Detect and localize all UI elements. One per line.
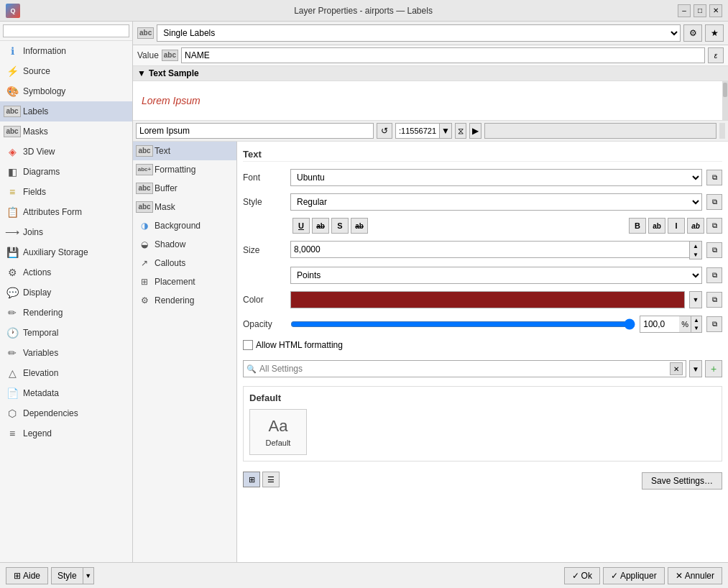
toolbar-star-button[interactable]: ★ xyxy=(705,24,724,42)
sidebar-item-label: Actions xyxy=(23,267,51,277)
window-title: Layer Properties - airports — Labels xyxy=(49,6,678,16)
bold-button[interactable]: B xyxy=(629,218,646,234)
fields-icon: ≡ xyxy=(6,185,19,198)
opacity-slider[interactable] xyxy=(290,318,635,330)
sub-tab-placement[interactable]: ⊞ Placement xyxy=(133,272,236,291)
color-swatch[interactable] xyxy=(290,291,685,308)
sidebar-item-masks[interactable]: abc Masks xyxy=(0,121,132,142)
sidebar-item-legend[interactable]: ≡ Legend xyxy=(0,423,132,444)
preview-layer-button[interactable]: ⧖ xyxy=(455,123,466,139)
minimize-button[interactable]: – xyxy=(678,4,691,17)
text-sample-header[interactable]: ▼ Text Sample xyxy=(133,66,728,81)
preview-input-row: ↺ :11556721 ▼ ⧖ ▶ xyxy=(133,121,728,142)
close-button[interactable]: ✕ xyxy=(709,4,722,17)
format-copy-button[interactable]: ⧉ xyxy=(706,218,722,234)
sub-tab-text[interactable]: abc Text xyxy=(133,142,236,160)
sidebar-item-metadata[interactable]: 📄 Metadata xyxy=(0,383,132,403)
preview-refresh-button[interactable]: ↺ xyxy=(377,123,392,139)
size-input[interactable] xyxy=(290,241,689,258)
sub-tab-formatting[interactable]: abc+ Formatting xyxy=(133,160,236,179)
strikethrough-left-button[interactable]: ab xyxy=(312,218,329,234)
sidebar-item-information[interactable]: ℹ Information xyxy=(0,41,132,61)
sidebar-item-label: Joins xyxy=(23,227,43,237)
labels-icon: abc xyxy=(6,105,19,118)
opacity-down-button[interactable]: ▼ xyxy=(691,324,701,332)
sidebar-item-auxiliary-storage[interactable]: 💾 Auxiliary Storage xyxy=(0,242,132,262)
size-down-button[interactable]: ▼ xyxy=(690,250,701,259)
sub-tab-background[interactable]: ◑ Background xyxy=(133,216,236,235)
italic-copy-button[interactable]: ab xyxy=(687,218,704,234)
content-area: abc Single Labels ⚙ ★ Value abc ε ▼ Text… xyxy=(133,22,728,562)
settings-search-input[interactable] xyxy=(259,364,667,374)
sidebar-item-actions[interactable]: ⚙ Actions xyxy=(0,262,132,282)
label-type-abc-icon: abc xyxy=(137,27,154,39)
preview-number-dropdown[interactable]: ▼ xyxy=(439,124,451,138)
sidebar-item-display[interactable]: 💬 Display xyxy=(0,282,132,303)
sub-tab-mask[interactable]: abc Mask xyxy=(133,198,236,216)
sidebar-item-variables[interactable]: ✏ Variables xyxy=(0,343,132,363)
font-label: Font xyxy=(243,173,286,183)
opacity-up-button[interactable]: ▲ xyxy=(691,316,701,324)
sidebar-item-diagrams[interactable]: ◧ Diagrams xyxy=(0,162,132,182)
sidebar-search-input[interactable] xyxy=(3,24,129,37)
font-select[interactable]: Ubuntu xyxy=(290,169,702,186)
sub-tab-label: Formatting xyxy=(155,165,195,175)
size-unit-select[interactable]: Points xyxy=(290,267,702,284)
sidebar-item-label: Diagrams xyxy=(23,167,60,177)
sidebar-item-attributes-form[interactable]: 📋 Attributes Form xyxy=(0,202,132,222)
value-input[interactable] xyxy=(181,47,705,63)
settings-dropdown-button[interactable]: ▼ xyxy=(689,360,702,377)
sidebar-item-dependencies[interactable]: ⬡ Dependencies xyxy=(0,403,132,423)
settings-clear-button[interactable]: ✕ xyxy=(670,362,683,375)
sidebar-item-rendering[interactable]: ✏ Rendering xyxy=(0,303,132,323)
italic-button[interactable]: I xyxy=(668,218,685,234)
ok-button[interactable]: ✓ Ok xyxy=(564,567,600,584)
sidebar-item-symbology[interactable]: 🎨 Symbology xyxy=(0,81,132,101)
underline-button[interactable]: U xyxy=(292,218,310,234)
default-card[interactable]: Aa Default xyxy=(249,409,307,455)
sidebar-item-3d-view[interactable]: ◈ 3D View xyxy=(0,142,132,162)
save-settings-button[interactable]: Save Settings… xyxy=(642,472,722,490)
annuler-button[interactable]: ✕ Annuler xyxy=(668,567,722,584)
maximize-button[interactable]: □ xyxy=(694,4,706,17)
size-spinner[interactable]: ▲ ▼ xyxy=(689,241,702,259)
font-copy-button[interactable]: ⧉ xyxy=(706,170,722,185)
color-dropdown-button[interactable]: ▼ xyxy=(689,291,702,308)
sidebar-item-elevation[interactable]: △ Elevation xyxy=(0,363,132,383)
html-checkbox[interactable] xyxy=(243,340,253,350)
aide-button[interactable]: ⊞ Aide xyxy=(6,567,48,584)
sidebar-item-fields[interactable]: ≡ Fields xyxy=(0,182,132,202)
sub-tab-rendering[interactable]: ⚙ Rendering xyxy=(133,291,236,310)
strikethrough-button[interactable]: S xyxy=(331,218,349,234)
sidebar-item-joins[interactable]: ⟶ Joins xyxy=(0,222,132,242)
sub-tab-shadow[interactable]: ◒ Shadow xyxy=(133,235,236,254)
toolbar-settings-button[interactable]: ⚙ xyxy=(683,24,702,42)
sidebar-item-source[interactable]: ⚡ Source xyxy=(0,61,132,81)
annuler-icon: ✕ xyxy=(676,571,683,581)
sidebar-item-labels[interactable]: abc Labels xyxy=(0,101,132,121)
bold-copy-button[interactable]: ab xyxy=(648,218,665,234)
settings-add-button[interactable]: + xyxy=(705,360,722,377)
value-expression-button[interactable]: ε xyxy=(708,47,724,63)
size-copy-button[interactable]: ⧉ xyxy=(706,242,722,258)
sidebar-item-temporal[interactable]: 🕐 Temporal xyxy=(0,323,132,343)
preview-arrow-button[interactable]: ▶ xyxy=(469,123,482,139)
appliquer-button[interactable]: ✓ Appliquer xyxy=(603,567,665,584)
sub-tab-buffer[interactable]: abc Buffer xyxy=(133,179,236,198)
color-copy-button[interactable]: ⧉ xyxy=(706,292,722,308)
sub-tab-callouts[interactable]: ↗ Callouts xyxy=(133,254,236,272)
style-select[interactable]: Regular xyxy=(290,193,702,211)
size-unit-copy-button[interactable]: ⧉ xyxy=(706,267,722,283)
preview-text-input[interactable] xyxy=(136,123,374,139)
list-view-button[interactable]: ☰ xyxy=(262,472,280,487)
size-up-button[interactable]: ▲ xyxy=(690,242,701,250)
opacity-copy-button[interactable]: ⧉ xyxy=(706,316,722,332)
grid-view-button[interactable]: ⊞ xyxy=(243,472,260,487)
strikethrough-right-button[interactable]: ab xyxy=(351,218,368,234)
style-dropdown-button[interactable]: ▼ xyxy=(83,567,94,584)
label-type-select[interactable]: Single Labels xyxy=(157,24,681,42)
sidebar-item-label: Metadata xyxy=(23,388,59,398)
style-main-button[interactable]: Style xyxy=(51,567,83,584)
sidebar-item-label: Dependencies xyxy=(23,408,78,418)
style-copy-button[interactable]: ⧉ xyxy=(706,194,722,210)
